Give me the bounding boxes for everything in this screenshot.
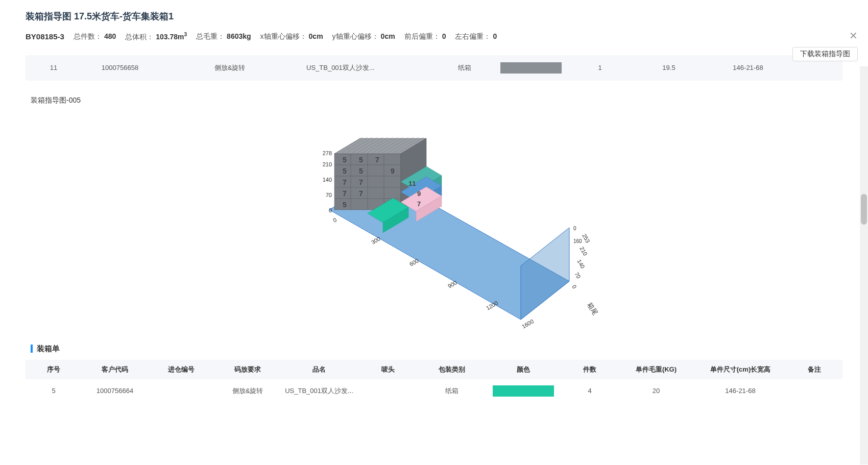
container-3d-visualization[interactable]: 5 5 7 5 5 9 7 7 11 7 7 9 5 7 278 210 140… — [26, 105, 842, 340]
row-name: US_TB_001双人沙发... — [281, 386, 357, 396]
svg-text:1200: 1200 — [485, 300, 499, 311]
summary-row: BY08185-3 总件数： 480 总体积： 103.78m3 总毛重： 86… — [26, 32, 842, 42]
z-axis: 0 70 140 210 253 箱尾 — [571, 233, 599, 316]
download-button[interactable]: 下载装箱指导图 — [792, 47, 858, 61]
svg-text:7: 7 — [343, 189, 347, 198]
total-vol-value: 103.78m3 — [156, 32, 187, 41]
row-pack: 纸箱 — [419, 386, 485, 396]
row-color — [485, 385, 562, 397]
col-requirement: 码放要求 — [214, 365, 281, 374]
svg-text:0: 0 — [332, 216, 337, 223]
svg-text:7: 7 — [359, 178, 363, 186]
col-gw: 单件毛重(KG) — [618, 365, 694, 374]
fb-bias-value: 0 — [442, 32, 446, 40]
close-icon[interactable]: ✕ — [849, 31, 858, 41]
y-offset-value: 0cm — [381, 32, 395, 40]
col-color: 颜色 — [485, 365, 562, 374]
col-warehouse: 进仓编号 — [148, 365, 214, 374]
svg-text:7: 7 — [417, 200, 421, 208]
svg-text:5: 5 — [359, 156, 363, 164]
row-code: 1000756664 — [82, 387, 148, 395]
table-row: 5 1000756664 侧放&旋转 US_TB_001双人沙发... 纸箱 4… — [26, 379, 842, 403]
prev-size: 146-21-68 — [705, 64, 791, 71]
svg-text:0: 0 — [329, 207, 332, 213]
svg-text:70: 70 — [573, 271, 582, 280]
svg-text:210: 210 — [323, 161, 332, 167]
svg-text:5: 5 — [359, 167, 363, 175]
prev-name: US_TB_001双人沙发... — [301, 63, 388, 72]
x-offset-value: 0cm — [309, 32, 323, 40]
col-mark: 唛头 — [357, 365, 419, 374]
col-note: 备注 — [786, 365, 842, 374]
total-gw-value: 8603kg — [227, 32, 251, 40]
svg-text:箱尾: 箱尾 — [586, 301, 599, 316]
svg-text:7: 7 — [375, 156, 379, 164]
container-wall — [521, 228, 569, 320]
svg-text:5: 5 — [343, 167, 347, 175]
row-qty: 4 — [562, 387, 618, 395]
prev-seq: 11 — [26, 64, 82, 71]
row-size: 146-21-68 — [694, 387, 786, 395]
svg-text:253: 253 — [581, 233, 591, 244]
svg-text:5: 5 — [343, 201, 347, 209]
svg-text:70: 70 — [326, 192, 332, 198]
svg-text:160: 160 — [573, 238, 582, 244]
svg-text:11: 11 — [408, 180, 416, 187]
svg-text:210: 210 — [578, 246, 589, 257]
col-pack: 包装类别 — [419, 365, 485, 374]
previous-table-row: 11 1000756658 侧放&旋转 US_TB_001双人沙发... 纸箱 … — [26, 55, 842, 81]
svg-text:140: 140 — [576, 258, 586, 270]
fb-bias-label: 前后偏重： — [404, 32, 440, 41]
svg-text:9: 9 — [417, 190, 421, 198]
total-qty-value: 480 — [104, 32, 116, 40]
col-name: 品名 — [281, 365, 357, 374]
x-offset-label: x轴重心偏移： — [260, 32, 307, 41]
scrollbar-thumb[interactable] — [861, 194, 867, 225]
total-gw-label: 总毛重： — [196, 32, 225, 41]
y-axis: 278 210 140 70 0 — [323, 150, 332, 213]
lr-bias-value: 0 — [493, 32, 497, 40]
prev-qty: 1 — [567, 64, 633, 71]
svg-text:9: 9 — [391, 167, 395, 175]
col-seq: 序号 — [26, 365, 82, 374]
col-size: 单件尺寸(cm)长宽高 — [694, 365, 786, 374]
page-title: 装箱指导图 17.5米货车-货车集装箱1 — [26, 10, 842, 22]
lr-bias-label: 左右偏重： — [455, 32, 491, 41]
svg-text:7: 7 — [343, 178, 347, 186]
prev-gw: 19.5 — [633, 64, 705, 71]
z-axis-right: 0 160 — [573, 226, 582, 244]
packing-list-title: 装箱单 — [37, 344, 60, 354]
section-label: 装箱指导图-005 — [31, 96, 842, 105]
svg-text:7: 7 — [359, 189, 363, 198]
packing-list-header: 装箱单 — [31, 344, 842, 354]
color-swatch-cyan — [493, 385, 554, 397]
row-seq: 5 — [26, 387, 82, 395]
col-code: 客户代码 — [82, 365, 148, 374]
row-gw: 20 — [618, 387, 694, 395]
total-vol-label: 总体积： — [125, 33, 154, 42]
document-id: BY08185-3 — [26, 32, 64, 41]
prev-color — [495, 62, 567, 74]
prev-pack: 纸箱 — [434, 63, 495, 72]
color-swatch-gray — [500, 62, 562, 74]
svg-text:140: 140 — [323, 177, 332, 183]
svg-text:1600: 1600 — [521, 318, 535, 330]
svg-text:278: 278 — [323, 150, 332, 156]
prev-code: 1000756658 — [82, 64, 158, 71]
scrollbar-track[interactable] — [860, 66, 868, 464]
header-accent-bar — [31, 345, 33, 353]
prev-req: 侧放&旋转 — [158, 63, 301, 72]
total-qty-label: 总件数： — [74, 32, 102, 41]
y-offset-label: y轴重心偏移： — [332, 32, 379, 41]
row-requirement: 侧放&旋转 — [214, 386, 281, 396]
col-qty: 件数 — [562, 365, 618, 374]
svg-text:0: 0 — [571, 284, 577, 289]
table-header-row: 序号 客户代码 进仓编号 码放要求 品名 唛头 包装类别 颜色 件数 单件毛重(… — [26, 360, 842, 379]
svg-text:0: 0 — [573, 226, 576, 231]
svg-text:5: 5 — [343, 156, 347, 164]
